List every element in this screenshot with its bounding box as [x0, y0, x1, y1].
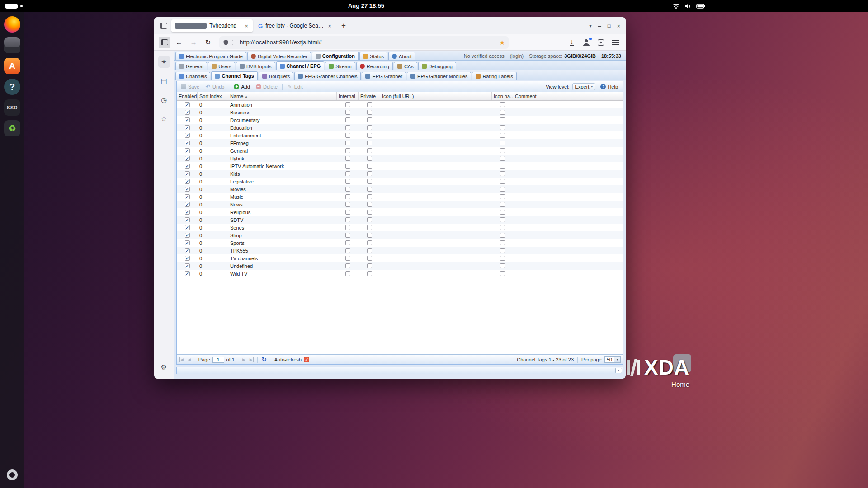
- column-header-icon-ha[interactable]: Icon ha...: [492, 92, 513, 100]
- volume-icon[interactable]: [684, 3, 692, 9]
- tab-dvb-inputs[interactable]: DVB Inputs: [236, 62, 275, 70]
- private-checkbox[interactable]: [367, 148, 372, 153]
- enabled-checkbox[interactable]: ✓: [185, 156, 190, 161]
- private-checkbox[interactable]: [367, 117, 372, 122]
- table-row[interactable]: ✓ 0 TPK555: [177, 247, 623, 254]
- table-row[interactable]: ✓ 0 News: [177, 201, 623, 208]
- internal-checkbox[interactable]: [345, 179, 350, 184]
- icon-ha-checkbox[interactable]: [500, 125, 505, 130]
- column-header-internal[interactable]: Internal: [337, 92, 359, 100]
- auto-refresh-checkbox[interactable]: ✓: [304, 357, 309, 362]
- private-checkbox[interactable]: [367, 156, 372, 161]
- tab-channel-epg[interactable]: Channel / EPG: [276, 61, 325, 70]
- enabled-checkbox[interactable]: ✓: [185, 248, 190, 253]
- prev-page-button[interactable]: ◀: [187, 357, 192, 362]
- back-button[interactable]: ←: [173, 37, 185, 48]
- internal-checkbox[interactable]: [345, 240, 350, 245]
- table-row[interactable]: ✓ 0 Entertainment: [177, 131, 623, 139]
- first-page-button[interactable]: ◀: [179, 357, 184, 362]
- column-header-private[interactable]: Private: [359, 92, 380, 100]
- browser-tab-tvheadend[interactable]: Tvheadend ×: [171, 19, 253, 32]
- private-checkbox[interactable]: [367, 125, 372, 130]
- internal-checkbox[interactable]: [345, 133, 350, 138]
- private-checkbox[interactable]: [367, 248, 372, 253]
- table-row[interactable]: ✓ 0 IPTV Automatic Network: [177, 162, 623, 170]
- internal-checkbox[interactable]: [345, 271, 350, 276]
- private-checkbox[interactable]: [367, 256, 372, 261]
- view-level-select[interactable]: Expert▾: [572, 83, 596, 90]
- internal-checkbox[interactable]: [345, 202, 350, 207]
- icon-ha-checkbox[interactable]: [500, 171, 505, 176]
- internal-checkbox[interactable]: [345, 141, 350, 145]
- enabled-checkbox[interactable]: ✓: [185, 187, 190, 192]
- firefox-view-button[interactable]: [158, 20, 170, 32]
- tab-about[interactable]: About: [388, 52, 415, 60]
- tab-debugging[interactable]: Debugging: [418, 62, 456, 70]
- private-checkbox[interactable]: [367, 210, 372, 215]
- tab-channels[interactable]: Channels: [175, 72, 210, 80]
- internal-checkbox[interactable]: [345, 210, 350, 215]
- private-checkbox[interactable]: [367, 110, 372, 115]
- internal-checkbox[interactable]: [345, 102, 350, 107]
- internal-checkbox[interactable]: [345, 217, 350, 222]
- enabled-checkbox[interactable]: ✓: [185, 133, 190, 138]
- starred-icon[interactable]: ☆: [158, 113, 170, 125]
- internal-checkbox[interactable]: [345, 110, 350, 115]
- icon-ha-checkbox[interactable]: [500, 117, 505, 122]
- table-row[interactable]: ✓ 0 General: [177, 147, 623, 155]
- private-checkbox[interactable]: [367, 217, 372, 222]
- help-dock-item[interactable]: ?: [3, 77, 22, 96]
- table-row[interactable]: ✓ 0 Wild TV: [177, 270, 623, 277]
- tab-general[interactable]: General: [175, 62, 207, 70]
- next-page-button[interactable]: ▶: [241, 357, 246, 362]
- enabled-checkbox[interactable]: ✓: [185, 141, 190, 145]
- enabled-checkbox[interactable]: ✓: [185, 217, 190, 222]
- enabled-checkbox[interactable]: ✓: [185, 117, 190, 122]
- icon-ha-checkbox[interactable]: [500, 148, 505, 153]
- internal-checkbox[interactable]: [345, 233, 350, 238]
- close-window-button[interactable]: ×: [617, 23, 620, 29]
- software-updater-dock-item[interactable]: ♻: [3, 119, 22, 138]
- private-checkbox[interactable]: [367, 133, 372, 138]
- column-header-name[interactable]: Name▲: [228, 92, 337, 100]
- tab-configuration[interactable]: Configuration: [312, 52, 359, 60]
- undo-button[interactable]: ↶Undo: [203, 83, 226, 90]
- column-header-icon-url[interactable]: Icon (full URL): [380, 92, 492, 100]
- menu-icon[interactable]: [609, 37, 621, 48]
- enabled-checkbox[interactable]: ✓: [185, 179, 190, 184]
- internal-checkbox[interactable]: [345, 156, 350, 161]
- private-checkbox[interactable]: [367, 271, 372, 276]
- private-checkbox[interactable]: [367, 263, 372, 268]
- table-row[interactable]: ✓ 0 Education: [177, 124, 623, 131]
- column-header-comment[interactable]: Comment: [513, 92, 623, 100]
- icon-ha-checkbox[interactable]: [500, 263, 505, 268]
- table-row[interactable]: ✓ 0 TV channels: [177, 254, 623, 262]
- internal-checkbox[interactable]: [345, 125, 350, 130]
- expand-statusbar-button[interactable]: ▴: [615, 368, 622, 373]
- private-checkbox[interactable]: [367, 202, 372, 207]
- internal-checkbox[interactable]: [345, 263, 350, 268]
- table-row[interactable]: ✓ 0 Undefined: [177, 262, 623, 270]
- private-checkbox[interactable]: [367, 179, 372, 184]
- private-checkbox[interactable]: [367, 102, 372, 107]
- network-icon[interactable]: [672, 3, 680, 9]
- enabled-checkbox[interactable]: ✓: [185, 194, 190, 199]
- internal-checkbox[interactable]: [345, 248, 350, 253]
- save-button[interactable]: Save: [179, 83, 202, 90]
- downloads-icon[interactable]: ↓: [566, 37, 578, 48]
- history-clock-icon[interactable]: ◷: [158, 94, 170, 106]
- tab-epg-grabber-modules[interactable]: EPG Grabber Modules: [407, 72, 471, 80]
- maximize-button[interactable]: □: [608, 23, 611, 28]
- enabled-checkbox[interactable]: ✓: [185, 263, 190, 268]
- per-page-select[interactable]: 50 ▾: [604, 356, 621, 363]
- bookmark-star-icon[interactable]: ★: [499, 39, 505, 46]
- ai-chatbot-icon[interactable]: ✦: [158, 56, 170, 68]
- table-row[interactable]: ✓ 0 Hybrik: [177, 155, 623, 162]
- internal-checkbox[interactable]: [345, 164, 350, 169]
- internal-checkbox[interactable]: [345, 148, 350, 153]
- icon-ha-checkbox[interactable]: [500, 210, 505, 215]
- table-row[interactable]: ✓ 0 Sports: [177, 239, 623, 247]
- icon-ha-checkbox[interactable]: [500, 102, 505, 107]
- firefox-dock-item[interactable]: [3, 15, 22, 34]
- internal-checkbox[interactable]: [345, 117, 350, 122]
